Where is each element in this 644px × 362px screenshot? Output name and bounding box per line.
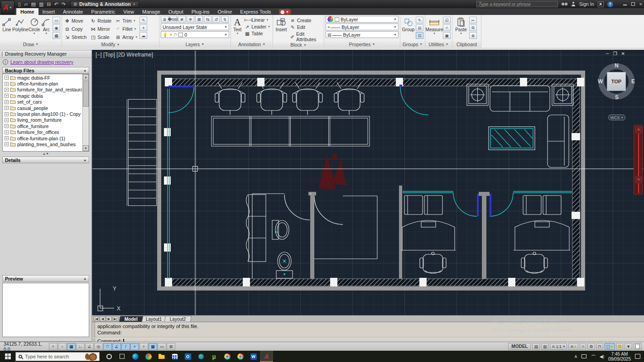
stretch-button[interactable]: ⇲Stretch xyxy=(63,33,87,41)
exchange-apps-icon[interactable]: X xyxy=(598,1,604,7)
paste-button[interactable]: Paste▼ xyxy=(454,16,468,41)
save-button[interactable]: ▤ xyxy=(31,2,36,7)
lock-icon[interactable]: ⊓ xyxy=(596,343,603,350)
expand-icon[interactable]: + xyxy=(5,94,9,98)
featured-apps-icon[interactable]: ⬤▼ xyxy=(279,9,291,14)
sign-in-button[interactable]: Sign In xyxy=(579,1,594,7)
save-as-button[interactable]: ▥ xyxy=(39,2,43,7)
tab-express-tools[interactable]: Express Tools xyxy=(236,8,275,15)
open-file-button[interactable]: ▱ xyxy=(24,2,28,7)
backup-file-item[interactable]: +office-furniture-plan (1) xyxy=(3,135,82,141)
new-file-button[interactable]: ▯ xyxy=(18,2,21,7)
learn-drawing-recovery-link[interactable]: Learn about drawing recovery xyxy=(10,59,73,65)
toggle-isometric-drafting[interactable]: ◎ xyxy=(94,343,103,350)
display-tray-icon[interactable] xyxy=(582,354,586,358)
taskbar-icon-opera[interactable] xyxy=(102,351,115,362)
annotation-scale-button[interactable]: A 1:1 ▼ xyxy=(550,343,567,350)
backup-file-item[interactable]: +set_of_cars xyxy=(3,99,82,105)
expand-icon[interactable]: + xyxy=(5,142,9,146)
mirror-button[interactable]: ⋈Mirror xyxy=(89,25,112,33)
taskbar-icon-store[interactable] xyxy=(168,351,181,362)
expand-icon[interactable]: + xyxy=(5,124,9,128)
toggle-object-snap-tracking[interactable]: ∠ xyxy=(112,343,121,350)
viewcube-top-face[interactable]: TOP xyxy=(607,72,626,91)
plan-glass-walls[interactable] xyxy=(168,87,572,279)
edit-block-button[interactable]: ✎Edit xyxy=(289,24,322,30)
expand-icon[interactable]: + xyxy=(5,130,9,134)
modify-panel-label[interactable]: Modify▼ xyxy=(62,41,159,48)
array-button[interactable]: ⊞Array▼ xyxy=(114,33,139,41)
toggle-ortho-mode[interactable]: ∟ xyxy=(76,343,85,350)
start-button[interactable] xyxy=(0,351,15,362)
clipboard-panel-label[interactable]: Clipboard xyxy=(452,41,481,48)
explode-tool-icon[interactable]: ✦ xyxy=(139,24,147,31)
command-grip[interactable] xyxy=(92,322,95,342)
search-highlight-image[interactable] xyxy=(85,353,98,361)
cut-icon[interactable]: ✂ xyxy=(469,17,477,24)
close-button[interactable]: × xyxy=(639,1,642,7)
drawing-close-icon[interactable]: ✕ xyxy=(621,51,625,56)
expand-icon[interactable]: + xyxy=(5,112,9,116)
circle-button[interactable]: Circle▼ xyxy=(29,16,40,41)
help-icon[interactable]: ? xyxy=(607,1,613,7)
navigation-bar[interactable]: + + xyxy=(634,125,643,195)
backup-file-item[interactable]: +magic dubia xyxy=(3,93,82,99)
group-selection-toggle-icon[interactable]: ⊡ xyxy=(416,32,423,39)
quick-view-drawings-icon[interactable]: ▥ xyxy=(541,343,549,350)
rectangle-tool-icon[interactable]: ▭ xyxy=(53,17,60,24)
layout-tab-layout1[interactable]: Layout1 xyxy=(140,316,168,322)
plan-columns[interactable] xyxy=(164,78,584,286)
plan-bathroom[interactable] xyxy=(246,194,312,279)
layer-isolate-icon[interactable]: ≇ xyxy=(178,16,186,23)
annotation-visibility-icon[interactable]: A xyxy=(568,343,578,350)
expand-icon[interactable]: + xyxy=(5,118,9,122)
wifi-icon[interactable] xyxy=(591,355,596,358)
tab-parametric[interactable]: Parametric xyxy=(87,8,119,15)
isolate-objects-icon[interactable] xyxy=(616,343,623,350)
clean-screen-button[interactable] xyxy=(634,343,641,350)
undo-button[interactable]: ↶ xyxy=(54,2,58,7)
pan-icon[interactable]: + xyxy=(635,126,642,133)
viewcube-north[interactable]: N xyxy=(615,62,619,69)
help-search-input[interactable]: Type a keyword or phrase xyxy=(476,1,558,7)
prev-tab-icon[interactable]: ◀ xyxy=(100,316,106,321)
viewcube-west[interactable]: W xyxy=(598,78,603,85)
move-button[interactable]: ✥Move xyxy=(63,17,87,25)
point-id-icon[interactable]: ▣ xyxy=(443,32,451,39)
taskbar-icon-passkey[interactable] xyxy=(194,351,207,362)
tab-plug-ins[interactable]: Plug-ins xyxy=(187,8,214,15)
hardware-acceleration-icon[interactable]: ▢ xyxy=(605,343,615,350)
preview-header[interactable]: Preview▲ xyxy=(2,275,89,282)
utilities-panel-label[interactable]: Utilities▼ xyxy=(425,41,452,48)
plan-outer-wall[interactable] xyxy=(159,73,583,289)
tab-annotate[interactable]: Annotate xyxy=(59,8,87,15)
taskbar-icon-edge[interactable] xyxy=(129,351,142,362)
clock[interactable]: 7:45 AM09/09/2025 xyxy=(608,352,631,362)
paste-special-icon[interactable]: ⊕ xyxy=(469,32,477,39)
group-button[interactable]: Group xyxy=(402,16,415,41)
backup-files-header[interactable]: Backup Files▲ xyxy=(2,67,89,74)
annotation-panel-label[interactable]: Annotation▼ xyxy=(231,41,273,48)
workspace-gear-icon[interactable]: ⚙ xyxy=(587,343,595,350)
edit-attributes-button[interactable]: ✐Edit Attributes xyxy=(289,31,322,42)
block-panel-label[interactable]: Block▼ xyxy=(273,42,324,48)
toggle-annotation-monitor[interactable]: ▭ xyxy=(158,343,166,350)
plan-hatched-walls[interactable] xyxy=(169,79,583,286)
expand-icon[interactable]: + xyxy=(5,106,9,110)
layer-match-icon[interactable]: ⇆ xyxy=(204,16,211,23)
toggle-lineweight-display[interactable]: + xyxy=(130,343,139,350)
backup-file-item[interactable]: +furniture_for_bar_and_restaurant xyxy=(3,87,82,93)
taskbar-icon-chrome-2[interactable] xyxy=(234,351,247,362)
toggle-workspace-toggle[interactable]: ⊞ xyxy=(167,343,175,350)
toggle-selection-cycling[interactable]: ▦ xyxy=(149,343,157,350)
leader-button[interactable]: ↗Leader▼ xyxy=(243,24,271,29)
expand-icon[interactable]: + xyxy=(5,76,9,80)
volume-icon[interactable]: ◀) xyxy=(600,354,604,359)
scroll-up-icon[interactable]: ▲ xyxy=(83,74,89,80)
viewport-controls-label[interactable]: [−] [Top] [2D Wireframe] xyxy=(96,52,153,58)
toggle-polar-tracking[interactable]: ∠ xyxy=(85,343,94,350)
layout-tab-model[interactable]: Model xyxy=(119,316,144,322)
expand-icon[interactable]: + xyxy=(5,82,9,86)
tab-online[interactable]: Online xyxy=(214,8,236,15)
ungroup-icon[interactable]: ✎ xyxy=(416,17,423,24)
